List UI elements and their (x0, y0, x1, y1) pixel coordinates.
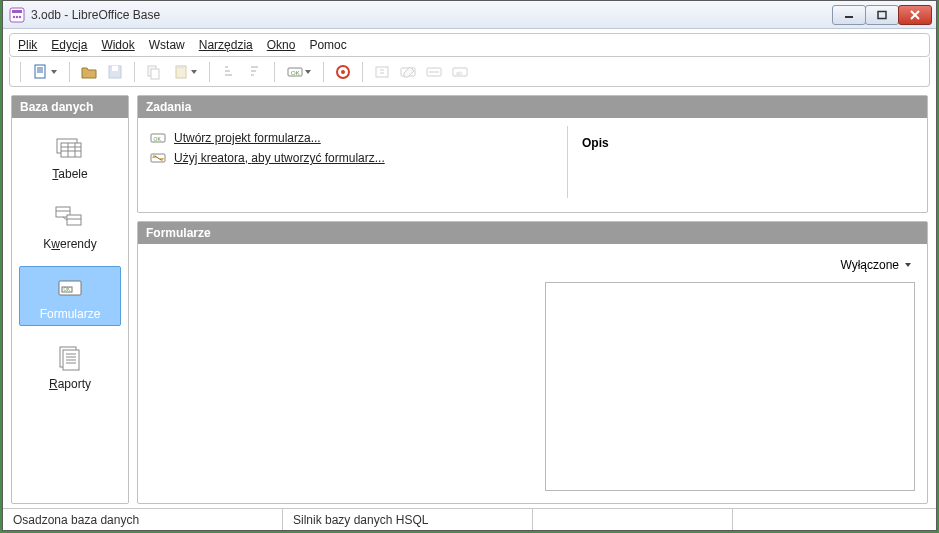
svg-rect-23 (376, 67, 388, 77)
queries-icon (22, 203, 118, 233)
new-doc-button[interactable] (29, 61, 61, 83)
paste-button[interactable] (169, 61, 201, 83)
svg-text:ab: ab (456, 70, 463, 76)
svg-text:OK: OK (291, 70, 300, 76)
app-icon (9, 7, 25, 23)
tasks-header: Zadania (138, 96, 927, 118)
statusbar: Osadzona baza danych Silnik bazy danych … (3, 508, 936, 530)
dropdown-caret-icon (905, 263, 911, 267)
sidebar-item-formularze[interactable]: OK Formularze (19, 266, 121, 326)
main-body: Baza danych Tabele (3, 87, 936, 508)
svg-rect-1 (12, 10, 22, 13)
close-button[interactable] (898, 5, 932, 25)
toolbar: OK ab (9, 57, 930, 87)
svg-point-2 (13, 15, 15, 17)
database-sidebar: Baza danych Tabele (11, 95, 129, 504)
tasks-list: OK Utwórz projekt formularza... Użyj kre… (138, 118, 567, 212)
preview-mode-label: Wyłączone (840, 258, 899, 272)
menu-narzedzia[interactable]: Narzędzia (199, 38, 253, 52)
forms-list[interactable] (150, 256, 533, 491)
svg-point-4 (19, 15, 21, 17)
svg-point-22 (341, 70, 345, 74)
forms-header: Formularze (138, 222, 927, 244)
menu-edycja[interactable]: Edycja (51, 38, 87, 52)
wizard-icon (150, 150, 166, 166)
svg-rect-36 (67, 215, 81, 225)
sidebar-item-raporty[interactable]: Raporty (19, 336, 121, 396)
sort-desc-button[interactable] (244, 61, 266, 83)
sidebar-item-label: Tabele (22, 167, 118, 181)
task-label: Utwórz projekt formularza... (174, 131, 321, 145)
titlebar: 3.odb - LibreOffice Base (3, 1, 936, 29)
task-use-wizard[interactable]: Użyj kreatora, aby utworzyć formularz... (150, 148, 555, 168)
menu-okno[interactable]: Okno (267, 38, 296, 52)
svg-point-3 (16, 15, 18, 17)
rename-form-button[interactable]: ab (449, 61, 471, 83)
forms-panel: Formularze Wyłączone (137, 221, 928, 504)
preview-mode-dropdown[interactable]: Wyłączone (545, 256, 915, 282)
menu-wstaw[interactable]: Wstaw (149, 38, 185, 52)
tasks-panel: Zadania OK Utwórz projekt formularza... (137, 95, 928, 213)
sidebar-header: Baza danych (12, 96, 128, 118)
svg-rect-6 (878, 11, 886, 18)
open-button[interactable] (78, 61, 100, 83)
svg-rect-14 (112, 66, 118, 71)
svg-text:OK: OK (64, 287, 71, 292)
sidebar-item-label: Kwerendy (22, 237, 118, 251)
forms-icon: OK (22, 273, 118, 303)
forms-preview-pane: Wyłączone (545, 256, 915, 491)
menubar: Plik Edycja Widok Wstaw Narzędzia Okno P… (9, 33, 930, 57)
window-title: 3.odb - LibreOffice Base (31, 8, 833, 22)
status-embedded: Osadzona baza danych (3, 509, 283, 530)
delete-form-button[interactable] (423, 61, 445, 83)
app-window: 3.odb - LibreOffice Base Plik Edycja Wid… (2, 0, 937, 531)
window-controls (833, 5, 932, 25)
tables-icon (22, 133, 118, 163)
task-create-form-design[interactable]: OK Utwórz projekt formularza... (150, 128, 555, 148)
tasks-description: Opis (567, 126, 927, 198)
save-button[interactable] (104, 61, 126, 83)
svg-rect-16 (151, 69, 159, 79)
task-label: Użyj kreatora, aby utworzyć formularz... (174, 151, 385, 165)
svg-rect-18 (178, 65, 184, 68)
svg-rect-30 (61, 143, 81, 157)
description-title: Opis (582, 136, 913, 150)
reports-icon (22, 343, 118, 373)
minimize-button[interactable] (832, 5, 866, 25)
help-button[interactable] (332, 61, 354, 83)
status-cell-3 (533, 509, 733, 530)
edit-form-button[interactable] (397, 61, 419, 83)
status-cell-4 (733, 509, 936, 530)
copy-button[interactable] (143, 61, 165, 83)
right-column: Zadania OK Utwórz projekt formularza... (137, 95, 928, 504)
menu-widok[interactable]: Widok (101, 38, 134, 52)
sort-asc-button[interactable] (218, 61, 240, 83)
svg-text:OK: OK (154, 136, 162, 142)
status-engine: Silnik bazy danych HSQL (283, 509, 533, 530)
sidebar-item-label: Formularze (22, 307, 118, 321)
new-form-button[interactable] (371, 61, 393, 83)
menu-pomoc[interactable]: Pomoc (309, 38, 346, 52)
sidebar-item-kwerendy[interactable]: Kwerendy (19, 196, 121, 256)
form-control-button[interactable]: OK (283, 61, 315, 83)
form-design-icon: OK (150, 130, 166, 146)
sidebar-item-tabele[interactable]: Tabele (19, 126, 121, 186)
sidebar-item-label: Raporty (22, 377, 118, 391)
menu-plik[interactable]: Plik (18, 38, 37, 52)
maximize-button[interactable] (865, 5, 899, 25)
preview-box (545, 282, 915, 491)
